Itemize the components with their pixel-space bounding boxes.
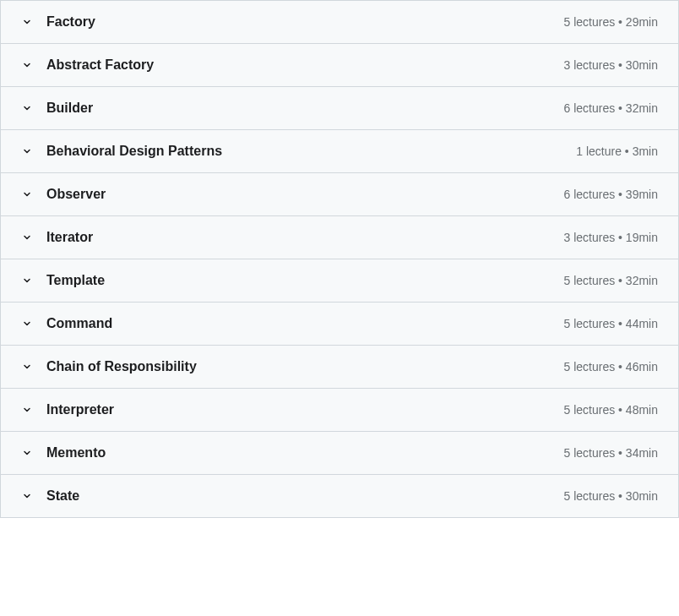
chevron-down-icon <box>21 188 33 200</box>
section-left: Builder <box>21 101 93 116</box>
section-row[interactable]: Command 5 lectures • 44min <box>1 303 678 346</box>
section-left: Template <box>21 273 105 288</box>
section-row[interactable]: Observer 6 lectures • 39min <box>1 173 678 216</box>
section-title: Template <box>46 273 105 288</box>
section-meta: 6 lectures • 39min <box>563 188 658 201</box>
section-meta: 6 lectures • 32min <box>563 101 658 115</box>
section-left: Chain of Responsibility <box>21 359 197 374</box>
section-row[interactable]: Builder 6 lectures • 32min <box>1 87 678 130</box>
section-meta: 5 lectures • 30min <box>563 489 658 503</box>
section-title: Interpreter <box>46 402 114 417</box>
chevron-down-icon <box>21 404 33 416</box>
section-left: Abstract Factory <box>21 57 154 73</box>
chevron-down-icon <box>21 447 33 459</box>
section-left: Memento <box>21 445 106 461</box>
section-title: Observer <box>46 187 106 202</box>
section-row[interactable]: Factory 5 lectures • 29min <box>1 1 678 44</box>
section-title: Factory <box>46 14 95 30</box>
section-title: Chain of Responsibility <box>46 359 197 374</box>
chevron-down-icon <box>21 232 33 243</box>
section-title: Iterator <box>46 230 93 245</box>
section-meta: 3 lectures • 19min <box>563 231 658 244</box>
section-row[interactable]: Abstract Factory 3 lectures • 30min <box>1 44 678 87</box>
section-meta: 5 lectures • 46min <box>563 360 658 373</box>
chevron-down-icon <box>21 16 33 28</box>
section-left: Iterator <box>21 230 93 245</box>
chevron-down-icon <box>21 490 33 502</box>
section-row[interactable]: Template 5 lectures • 32min <box>1 259 678 303</box>
section-left: State <box>21 488 79 504</box>
course-section-list: Factory 5 lectures • 29min Abstract Fact… <box>0 0 679 518</box>
section-left: Factory <box>21 14 95 30</box>
section-left: Interpreter <box>21 402 114 417</box>
section-row[interactable]: Behavioral Design Patterns 1 lecture • 3… <box>1 130 678 173</box>
section-title: Command <box>46 316 112 331</box>
section-row[interactable]: Memento 5 lectures • 34min <box>1 432 678 475</box>
chevron-down-icon <box>21 102 33 114</box>
section-meta: 5 lectures • 44min <box>563 317 658 330</box>
section-row[interactable]: Chain of Responsibility 5 lectures • 46m… <box>1 346 678 389</box>
section-row[interactable]: State 5 lectures • 30min <box>1 475 678 518</box>
section-meta: 5 lectures • 34min <box>563 446 658 460</box>
chevron-down-icon <box>21 318 33 330</box>
section-meta: 5 lectures • 48min <box>563 403 658 417</box>
chevron-down-icon <box>21 361 33 373</box>
section-row[interactable]: Interpreter 5 lectures • 48min <box>1 389 678 432</box>
section-title: Behavioral Design Patterns <box>46 144 222 159</box>
chevron-down-icon <box>21 275 33 286</box>
section-title: Memento <box>46 445 106 461</box>
chevron-down-icon <box>21 59 33 71</box>
section-meta: 1 lecture • 3min <box>576 144 658 158</box>
section-meta: 3 lectures • 30min <box>563 58 658 72</box>
chevron-down-icon <box>21 145 33 157</box>
section-title: State <box>46 488 79 504</box>
section-row[interactable]: Iterator 3 lectures • 19min <box>1 216 678 259</box>
section-meta: 5 lectures • 29min <box>563 15 658 29</box>
section-left: Behavioral Design Patterns <box>21 144 222 159</box>
section-meta: 5 lectures • 32min <box>563 274 658 287</box>
section-title: Abstract Factory <box>46 57 154 73</box>
section-title: Builder <box>46 101 93 116</box>
section-left: Observer <box>21 187 106 202</box>
section-left: Command <box>21 316 112 331</box>
